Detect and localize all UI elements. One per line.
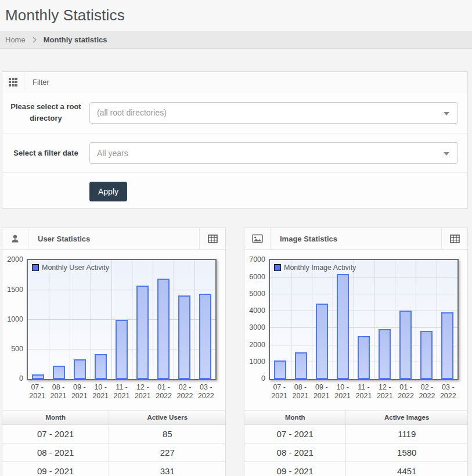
image-panel-header: Image Statistics (244, 228, 467, 250)
bar (316, 304, 328, 379)
bar (379, 329, 391, 379)
x-tick-label: 02 -2022 (174, 383, 195, 401)
filter-date-row: Select a filter date All years (2, 134, 467, 173)
gridline (49, 260, 49, 379)
y-tick-label: 0 (244, 374, 265, 383)
filter-date-label: Select a filter date (2, 147, 89, 159)
y-tick-label: 1500 (2, 286, 23, 294)
apply-button[interactable]: Apply (89, 182, 127, 201)
bar (274, 360, 286, 380)
bar (53, 366, 65, 379)
x-tick-label: 12 -2021 (374, 383, 395, 401)
table-cell: 09 - 2021 (244, 462, 346, 476)
gridline (194, 260, 195, 379)
user-activity-chart: 0500100015002000 Monthly User Activity 0… (2, 259, 217, 401)
image-activity-chart: 01000200030004000500060007000 Monthly Im… (244, 259, 459, 401)
gridline (374, 260, 374, 379)
y-tick-label: 0 (2, 374, 23, 383)
bar (178, 295, 190, 380)
chart-plot-area: Monthly Image Activity (269, 259, 459, 380)
x-tick-label: 11 -2021 (111, 383, 132, 401)
chart-legend: Monthly Image Activity (274, 264, 356, 272)
gridline (153, 260, 153, 379)
bar (358, 336, 370, 380)
y-tick-label: 7000 (244, 255, 265, 264)
image-statistics-panel: Image Statistics 01000200030004000500060… (244, 228, 468, 476)
gridline (28, 290, 215, 290)
gridline (354, 260, 354, 379)
chart-y-axis: 0500100015002000 (2, 259, 23, 380)
chevron-right-icon (32, 37, 37, 43)
filter-date-select[interactable]: All years (89, 142, 458, 164)
column-header: Active Images (346, 410, 467, 425)
filter-panel-title: Filter (24, 72, 49, 92)
table-cell: 07 - 2021 (244, 425, 346, 443)
y-tick-label: 6000 (244, 273, 265, 281)
filter-panel-footer: Apply (2, 173, 467, 208)
breadcrumb-home-link[interactable]: Home (5, 35, 26, 44)
filter-date-value: All years (97, 149, 128, 158)
table-cell: 4451 (346, 462, 467, 476)
table-header-row: MonthActive Images (244, 410, 467, 425)
y-tick-label: 2000 (244, 341, 265, 349)
table-row: 09 - 2021331 (2, 462, 225, 476)
filter-panel-header: Filter (2, 72, 467, 92)
table-view-icon[interactable] (199, 228, 225, 249)
gridline (270, 294, 457, 294)
x-tick-label: 10 -2021 (332, 383, 353, 401)
main-content: Filter Please select a root directory (a… (0, 71, 472, 476)
root-directory-value: (all root directories) (97, 108, 167, 117)
user-icon (2, 228, 28, 249)
x-tick-label: 08 -2021 (48, 383, 69, 401)
user-panel-header: User Statistics (2, 228, 225, 250)
legend-swatch (32, 264, 39, 271)
chart-plot-area: Monthly User Activity (27, 259, 217, 380)
x-tick-label: 01 -2022 (395, 383, 416, 401)
x-tick-label: 01 -2022 (153, 383, 174, 401)
breadcrumb-current: Monthly statistics (44, 35, 107, 44)
gridline (270, 277, 457, 277)
gridline (111, 260, 112, 379)
column-header: Month (244, 410, 346, 425)
gridline (270, 327, 457, 328)
gridline (416, 260, 416, 379)
gridline (270, 311, 457, 311)
table-cell: 08 - 2021 (244, 443, 346, 462)
gridline (312, 260, 312, 379)
bar (116, 320, 128, 380)
bar (32, 374, 44, 380)
gridline (132, 260, 132, 379)
table-row: 08 - 2021227 (2, 443, 225, 462)
x-tick-label: 07 -2021 (269, 383, 290, 401)
bar (74, 359, 86, 379)
bar (295, 352, 307, 379)
root-directory-row: Please select a root directory (all root… (2, 92, 467, 134)
x-tick-label: 09 -2021 (69, 383, 90, 401)
table-cell: 1119 (346, 425, 467, 443)
chart-legend: Monthly User Activity (32, 264, 109, 272)
y-tick-label: 3000 (244, 323, 265, 331)
gridline (437, 260, 437, 379)
bar (420, 331, 433, 380)
column-header: Active Users (109, 410, 225, 425)
image-panel-title: Image Statistics (271, 228, 441, 249)
x-tick-label: 03 -2022 (438, 383, 459, 401)
breadcrumb: Home Monthly statistics (0, 31, 472, 49)
column-header: Month (2, 410, 109, 425)
bar (136, 286, 149, 379)
table-cell: 09 - 2021 (2, 462, 109, 476)
table-view-icon[interactable] (441, 228, 467, 249)
chevron-down-icon (444, 112, 449, 116)
page-header: Monthly Statistics (0, 0, 472, 31)
gridline (333, 260, 333, 379)
x-tick-label: 02 -2022 (416, 383, 437, 401)
chart-x-axis-labels: 07 -202108 -202109 -202110 -202111 -2021… (269, 383, 459, 401)
table-cell: 08 - 2021 (2, 443, 109, 462)
root-directory-select[interactable]: (all root directories) (89, 102, 458, 124)
gridline (291, 260, 291, 379)
legend-swatch (274, 264, 281, 271)
grid-icon (2, 72, 24, 92)
user-stats-table: MonthActive Users07 - 20218508 - 2021227… (2, 410, 225, 476)
page-title: Monthly Statistics (5, 6, 472, 24)
legend-label: Monthly User Activity (42, 264, 109, 272)
